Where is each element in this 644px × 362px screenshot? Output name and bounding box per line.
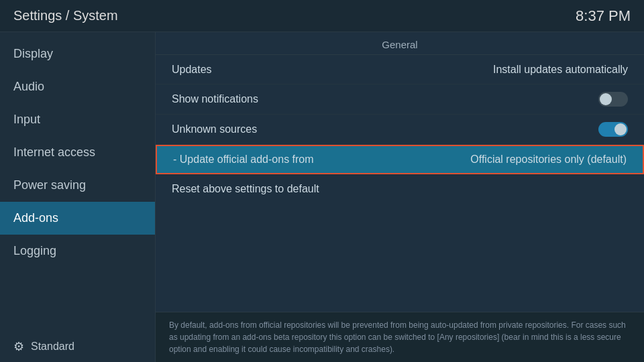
reset-label: Reset above settings to default (172, 183, 319, 195)
gear-icon: ⚙ (13, 339, 24, 354)
setting-label-updates: Updates (172, 64, 212, 76)
reset-row[interactable]: Reset above settings to default (156, 174, 644, 204)
setting-row-update-addons-from[interactable]: - Update official add-ons from Official … (156, 145, 644, 174)
setting-label-show-notifications: Show notifications (172, 93, 258, 105)
header: Settings / System 8:37 PM (0, 0, 644, 32)
setting-row-unknown-sources[interactable]: Unknown sources (156, 115, 644, 145)
setting-row-show-notifications[interactable]: Show notifications (156, 84, 644, 115)
sidebar-nav: Display Audio Input Internet access Powe… (0, 32, 155, 267)
toggle-show-notifications[interactable] (598, 92, 628, 107)
standard-label: Standard (31, 341, 74, 353)
sidebar-item-input[interactable]: Input (0, 103, 155, 136)
content-footer: By default, add-ons from official reposi… (156, 312, 644, 362)
sidebar-footer: ⚙ Standard (0, 331, 155, 362)
sidebar-item-audio[interactable]: Audio (0, 70, 155, 103)
footer-text: By default, add-ons from official reposi… (169, 320, 626, 354)
sidebar: Display Audio Input Internet access Powe… (0, 32, 156, 362)
setting-label-update-addons-from: - Update official add-ons from (173, 154, 314, 166)
setting-label-unknown-sources: Unknown sources (172, 123, 257, 135)
content-area: General Updates Install updates automati… (156, 32, 644, 362)
page-title: Settings / System (13, 8, 118, 23)
settings-list: Updates Install updates automatically Sh… (156, 55, 644, 204)
setting-value-update-addons-from: Official repositories only (default) (470, 154, 627, 166)
sidebar-item-display[interactable]: Display (0, 38, 155, 70)
main-layout: Display Audio Input Internet access Powe… (0, 32, 644, 362)
settings-panel: General Updates Install updates automati… (156, 32, 644, 312)
sidebar-item-logging[interactable]: Logging (0, 235, 155, 267)
sidebar-item-internet-access[interactable]: Internet access (0, 136, 155, 169)
sidebar-item-add-ons[interactable]: Add-ons (0, 202, 155, 235)
toggle-unknown-sources[interactable] (598, 122, 628, 137)
setting-row-updates[interactable]: Updates Install updates automatically (156, 55, 644, 84)
clock: 8:37 PM (576, 7, 631, 25)
sidebar-item-power-saving[interactable]: Power saving (0, 169, 155, 202)
section-title: General (156, 32, 644, 55)
setting-value-updates: Install updates automatically (493, 64, 628, 76)
